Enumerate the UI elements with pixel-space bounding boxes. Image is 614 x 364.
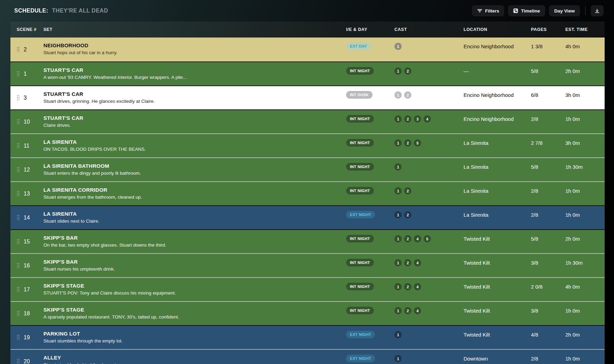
scene-description: A worn-out '93 CAMRY. Weathered interior… [43, 75, 345, 80]
cast-member-badge[interactable]: 3 [414, 115, 421, 123]
scene-number: 14 [24, 215, 30, 221]
cast-member-badge[interactable]: 1 [394, 115, 402, 123]
scene-row[interactable]: 17 SKIPP'S STAGE STUART'S POV: Tony and … [10, 277, 605, 301]
drag-handle-icon[interactable] [17, 143, 20, 149]
cast-member-badge[interactable]: 2 [404, 211, 411, 218]
drag-handle-icon[interactable] [17, 119, 20, 125]
ie-day-cell: INT NIGHT [345, 134, 394, 157]
cast-member-badge[interactable]: 2 [404, 91, 411, 99]
cast-member-badge[interactable]: 4 [414, 283, 421, 290]
scene-row[interactable]: 18 SKIPP'S STAGE A sparsely populated re… [10, 301, 605, 325]
scene-cell: 16 [10, 254, 43, 277]
drag-handle-icon[interactable] [17, 95, 20, 101]
scene-description: Stuart hops out of his car in a hurry. [43, 50, 345, 55]
ie-day-badge: EXT NIGHT [346, 355, 375, 362]
download-icon [595, 8, 600, 14]
cast-badges: 1 [394, 38, 462, 61]
cast-member-badge[interactable]: 1 [394, 91, 402, 99]
cast-member-badge[interactable]: 2 [404, 139, 411, 147]
scene-row[interactable]: 13 LA SIRENITA CORRIDOR Stuart emerges f… [10, 181, 605, 205]
scene-cell: 18 [10, 302, 43, 325]
cast-member-badge[interactable]: 4 [414, 307, 421, 314]
pages-text: 4/8 [531, 326, 564, 349]
scene-row[interactable]: 11 LA SIRENITA ON TACOS. BLOOD DRIPS OVE… [10, 133, 605, 157]
cast-member-badge[interactable]: 1 [394, 259, 402, 266]
ie-day-cell: INT NIGHT [345, 302, 394, 325]
cast-member-badge[interactable]: 2 [404, 235, 411, 242]
timeline-button[interactable]: Timeline [508, 5, 545, 16]
cast-member-badge[interactable]: 5 [424, 235, 431, 242]
drag-handle-icon[interactable] [17, 358, 20, 364]
drag-handle-icon[interactable] [17, 191, 20, 197]
drag-handle-icon[interactable] [17, 334, 20, 340]
cast-member-badge[interactable]: 1 [394, 187, 402, 195]
scene-row[interactable]: 20 ALLEY Stuart stumbles behind the dump… [10, 349, 605, 364]
set-name: PARKING LOT [43, 331, 345, 337]
cast-member-badge[interactable]: 2 [404, 259, 411, 266]
cast-member-badge[interactable]: 1 [394, 235, 402, 242]
cast-member-badge[interactable]: 1 [394, 307, 402, 314]
est-time-text: 1h 0m [564, 206, 605, 229]
cast-member-badge[interactable]: 1 [394, 43, 402, 50]
scene-cell: 20 [10, 350, 43, 364]
location-text: La Sirenita [462, 206, 531, 229]
ie-day-badge: INT NIGHT [346, 283, 374, 290]
drag-handle-icon[interactable] [17, 47, 20, 52]
scene-description: A sparsely populated restaurant. TONY, 3… [43, 314, 345, 320]
drag-handle-icon[interactable] [17, 311, 20, 316]
cast-badges: 125 [394, 134, 462, 157]
set-cell: STUART'S CAR A worn-out '93 CAMRY. Weath… [43, 62, 345, 85]
cast-member-badge[interactable]: 1 [394, 139, 402, 147]
cast-member-badge[interactable]: 4 [414, 235, 421, 242]
col-header-cast: CAST [394, 27, 462, 32]
cast-member-badge[interactable]: 1 [394, 211, 402, 218]
location-text: Twisted Kilt [462, 230, 531, 253]
filters-button[interactable]: Filters [472, 5, 505, 16]
scene-row[interactable]: 12 LA SIRENITA BATHROOM Stuart enters th… [10, 157, 605, 181]
cast-member-badge[interactable]: 2 [404, 67, 411, 75]
ie-day-cell: INT NIGHT [345, 230, 394, 253]
cast-member-badge[interactable]: 1 [394, 67, 402, 75]
scene-row[interactable]: 15 SKIPP'S BAR On the bar, two empty sho… [10, 229, 605, 253]
cast-member-badge[interactable]: 1 [394, 163, 402, 171]
drag-handle-icon[interactable] [17, 215, 20, 221]
cast-member-badge[interactable]: 2 [404, 187, 411, 195]
est-time-text: 1h 30m [564, 158, 605, 181]
cast-member-badge[interactable]: 5 [414, 139, 421, 147]
drag-handle-icon[interactable] [17, 167, 20, 173]
scene-row[interactable]: 19 PARKING LOT Stuart stumbles through t… [10, 325, 605, 349]
drag-handle-icon[interactable] [17, 263, 20, 268]
cast-badges: 1234 [394, 110, 462, 133]
cast-member-badge[interactable]: 1 [394, 355, 402, 362]
cast-member-badge[interactable]: 2 [404, 115, 411, 123]
col-header-pages: PAGES [531, 27, 564, 32]
cast-member-badge[interactable]: 4 [424, 115, 431, 123]
cast-member-badge[interactable]: 4 [414, 259, 421, 266]
est-time-text: 3h 0m [564, 134, 605, 157]
scene-row[interactable]: 3 STUART'S CAR Stuart drives, grinning. … [10, 85, 605, 109]
scene-cell: 14 [10, 206, 43, 229]
cast-member-badge[interactable]: 1 [394, 283, 402, 290]
est-time-text: 1h 0m [564, 110, 605, 133]
download-button[interactable] [591, 5, 604, 16]
set-name: LA SIRENITA CORRIDOR [43, 187, 345, 193]
set-name: SKIPP'S BAR [43, 235, 345, 241]
cast-badges: 12 [394, 182, 462, 205]
drag-handle-icon[interactable] [17, 239, 20, 245]
scene-cell: 15 [10, 230, 43, 253]
day-view-button[interactable]: Day View [549, 5, 580, 16]
scene-row[interactable]: 16 SKIPP'S BAR Stuart nurses his umpteen… [10, 253, 605, 277]
scene-row[interactable]: 14 LA SIRENITA Stuart slides next to Cla… [10, 205, 605, 229]
scene-row[interactable]: 1 STUART'S CAR A worn-out '93 CAMRY. Wea… [10, 61, 605, 85]
scene-row[interactable]: 10 STUART'S CAR Claire drives. INT NIGHT… [10, 109, 605, 133]
table-header: SCENE # SET I/E & DAY CAST LOCATION PAGE… [10, 22, 605, 38]
cast-member-badge[interactable]: 1 [394, 331, 402, 338]
scene-row[interactable]: 2 NEIGHBORHOOD Stuart hops out of his ca… [10, 38, 605, 61]
scene-cell: 2 [10, 38, 43, 61]
scene-cell: 1 [10, 62, 43, 85]
drag-handle-icon[interactable] [17, 71, 20, 77]
scene-number: 19 [24, 334, 30, 341]
drag-handle-icon[interactable] [17, 287, 20, 292]
cast-member-badge[interactable]: 2 [404, 283, 411, 290]
cast-member-badge[interactable]: 2 [404, 307, 411, 314]
